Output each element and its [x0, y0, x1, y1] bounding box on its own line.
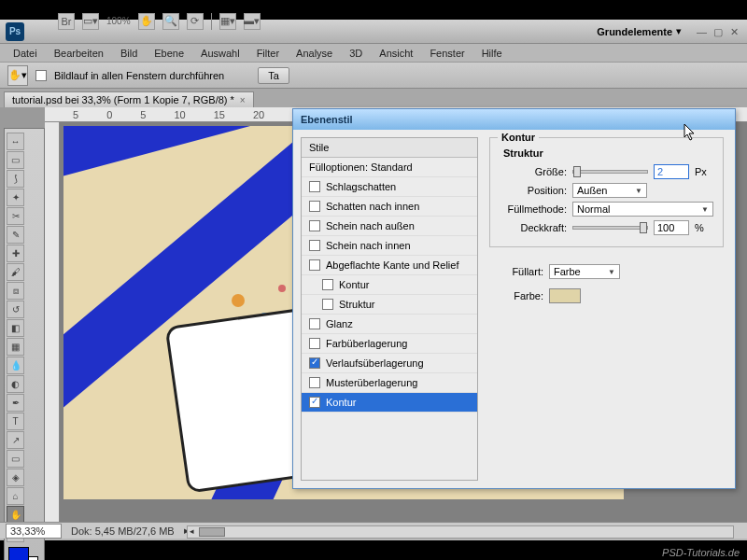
- style-item[interactable]: Kontur: [302, 393, 477, 413]
- zoom-icon[interactable]: 🔍: [162, 13, 179, 30]
- blendmode-label: Füllmethode:: [500, 203, 567, 215]
- menu-filter[interactable]: Filter: [249, 46, 287, 61]
- style-checkbox[interactable]: [322, 279, 333, 290]
- dialog-title: Ebenenstil: [301, 114, 353, 125]
- style-item[interactable]: Farbüberlagerung: [302, 334, 477, 354]
- blur-tool[interactable]: 💧: [7, 357, 24, 374]
- style-item-label: Glanz: [326, 318, 353, 329]
- style-checkbox[interactable]: [309, 240, 320, 251]
- type-tool[interactable]: T: [7, 413, 24, 430]
- menu-bild[interactable]: Bild: [113, 46, 145, 61]
- menu-auswahl[interactable]: Auswahl: [193, 46, 247, 61]
- zoom-display[interactable]: 100%: [106, 16, 131, 26]
- style-item[interactable]: Kontur: [302, 275, 477, 295]
- blendmode-dropdown[interactable]: Normal▼: [572, 202, 713, 217]
- current-tool-icon[interactable]: ✋▾: [7, 65, 28, 86]
- menubar: DateiBearbeitenBildEbeneAuswahlFilterAna…: [0, 44, 747, 63]
- style-checkbox[interactable]: [309, 397, 320, 408]
- wand-tool[interactable]: ✦: [7, 189, 24, 206]
- style-item-label: Kontur: [326, 397, 356, 408]
- ruler-vertical[interactable]: [45, 122, 60, 522]
- scrollbar-thumb[interactable]: [199, 527, 225, 537]
- options-bar: ✋▾ Bildlauf in allen Fenstern durchführe…: [0, 63, 747, 89]
- style-checkbox[interactable]: [309, 201, 320, 212]
- style-item[interactable]: Glanz: [302, 315, 477, 334]
- style-item[interactable]: Abgeflachte Kante und Relief: [302, 256, 477, 275]
- heal-tool[interactable]: ✚: [7, 245, 24, 262]
- style-item-label: Musterüberlagerung: [326, 377, 417, 388]
- style-item[interactable]: Musterüberlagerung: [302, 373, 477, 393]
- filltype-dropdown[interactable]: Farbe▼: [549, 264, 620, 279]
- close-button[interactable]: ✕: [730, 26, 741, 37]
- opacity-slider[interactable]: [572, 226, 648, 230]
- size-slider[interactable]: [572, 170, 648, 174]
- style-item[interactable]: Schein nach außen: [302, 217, 477, 236]
- menu-ansicht[interactable]: Ansicht: [372, 46, 420, 61]
- style-checkbox[interactable]: [309, 181, 320, 192]
- menu-analyse[interactable]: Analyse: [289, 46, 340, 61]
- menu-ebene[interactable]: Ebene: [147, 46, 191, 61]
- zoom-field[interactable]: 33,33%: [6, 524, 62, 539]
- move-tool[interactable]: ↔: [7, 133, 24, 150]
- menu-fenster[interactable]: Fenster: [422, 46, 472, 61]
- style-item[interactable]: Struktur: [302, 295, 477, 315]
- fg-color-swatch[interactable]: [8, 547, 29, 560]
- gradient-tool[interactable]: ▦: [7, 338, 24, 356]
- stamp-tool[interactable]: ⧈: [7, 282, 24, 300]
- arrange-icon[interactable]: ▦▾: [219, 13, 236, 30]
- blend-options-item[interactable]: Fülloptionen: Standard: [302, 158, 477, 177]
- dodge-tool[interactable]: ◐: [7, 375, 24, 393]
- size-input[interactable]: [654, 164, 689, 179]
- eyedropper-tool[interactable]: ✎: [7, 226, 24, 244]
- style-checkbox[interactable]: [309, 338, 320, 349]
- style-checkbox[interactable]: [309, 377, 320, 388]
- style-checkbox[interactable]: [309, 259, 320, 271]
- style-item[interactable]: Verlaufsüberlagerung: [302, 354, 477, 373]
- dialog-titlebar[interactable]: Ebenenstil: [293, 109, 735, 130]
- h-scrollbar[interactable]: ◂: [187, 525, 734, 539]
- actual-pixels-button[interactable]: Ta: [258, 67, 289, 84]
- minimize-button[interactable]: —: [697, 26, 708, 37]
- 3d-tool[interactable]: ◈: [7, 469, 24, 486]
- workspace-selector[interactable]: Grundelemente▾: [589, 23, 689, 39]
- style-item[interactable]: Schatten nach innen: [302, 197, 477, 217]
- app-logo: Ps: [6, 22, 24, 41]
- top-toolbar: Br ▭▾ 100% ✋ 🔍 ⟳ ▦▾ ▬▾: [52, 12, 266, 31]
- bridge-icon[interactable]: Br: [58, 13, 75, 30]
- style-checkbox[interactable]: [322, 299, 333, 310]
- brush-tool[interactable]: 🖌: [7, 263, 24, 281]
- screen-mode-icon[interactable]: ▬▾: [244, 13, 261, 30]
- menu-datei[interactable]: Datei: [6, 46, 45, 61]
- position-dropdown[interactable]: Außen▼: [572, 183, 647, 198]
- style-item[interactable]: Schlagschatten: [302, 177, 477, 197]
- hand-icon[interactable]: ✋: [138, 13, 155, 30]
- stroke-color-swatch[interactable]: [549, 288, 581, 303]
- style-item-label: Schlagschatten: [326, 181, 396, 192]
- marquee-tool[interactable]: ▭: [7, 151, 24, 169]
- 3d-camera-tool[interactable]: ⌂: [7, 487, 24, 505]
- pen-tool[interactable]: ✒: [7, 394, 24, 412]
- maximize-button[interactable]: ▢: [713, 26, 725, 37]
- eraser-tool[interactable]: ◧: [7, 319, 24, 337]
- history-brush-tool[interactable]: ↺: [7, 301, 24, 318]
- rotate-icon[interactable]: ⟳: [187, 13, 204, 30]
- style-item[interactable]: Schein nach innen: [302, 236, 477, 256]
- menu-bearbeiten[interactable]: Bearbeiten: [47, 46, 111, 61]
- crop-tool[interactable]: ✂: [7, 207, 24, 225]
- opacity-input[interactable]: [654, 220, 689, 235]
- shape-tool[interactable]: ▭: [7, 450, 24, 468]
- color-picker[interactable]: [7, 547, 42, 560]
- menu-3d[interactable]: 3D: [342, 46, 370, 61]
- document-tab[interactable]: tutorial.psd bei 33,3% (Form 1 Kopie 7, …: [4, 91, 254, 107]
- style-checkbox[interactable]: [309, 220, 320, 231]
- style-item-label: Farbüberlagerung: [326, 338, 407, 349]
- style-checkbox[interactable]: [309, 357, 320, 369]
- style-checkbox[interactable]: [309, 318, 320, 329]
- scroll-all-checkbox[interactable]: [35, 70, 47, 81]
- menu-hilfe[interactable]: Hilfe: [474, 46, 510, 61]
- lasso-tool[interactable]: ⟆: [7, 170, 24, 188]
- styles-header[interactable]: Stile: [302, 138, 477, 158]
- view-mode-icon[interactable]: ▭▾: [82, 13, 99, 30]
- close-tab-icon[interactable]: ×: [240, 95, 246, 105]
- path-tool[interactable]: ↗: [7, 431, 24, 449]
